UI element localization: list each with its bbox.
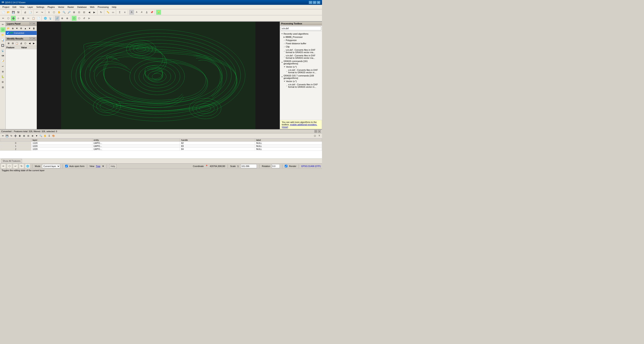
deselect-attr-button[interactable]: ⊟ (26, 134, 30, 138)
zoom-selection-button[interactable]: ⊟ (82, 10, 86, 15)
advanced2-button[interactable]: ⬡ (77, 16, 82, 21)
add-layer-button[interactable]: ⊕ (11, 26, 15, 30)
python-button[interactable]: 🐍 (0, 74, 5, 79)
attr-table-wrapper[interactable]: layer entity handle label 0 1120 LWPO...… (0, 138, 322, 158)
vindxf-grass-item[interactable]: ✓ v.in.dxf - Converts files in DXF forma… (280, 68, 322, 74)
show-all-features-button[interactable]: Show All Features (1, 159, 22, 163)
overview-button[interactable]: 🗺 (0, 53, 5, 58)
cut-features-button[interactable]: ✂ (26, 16, 31, 21)
offset-curve-button[interactable]: ⊳ (87, 16, 92, 21)
grass-commands-header[interactable]: ▼ GRASS commands [161 geoalgorithms] (280, 59, 322, 65)
clip-item[interactable]: ✓ Clip (280, 45, 322, 48)
identify-panel-close[interactable]: × (32, 37, 36, 40)
enable-providers-link[interactable]: enable additional providers. (290, 123, 317, 126)
digitize-button[interactable]: ⬡ (6, 16, 11, 21)
zoom-in-button[interactable]: 🔍 (62, 10, 66, 15)
vindxf-item-2[interactable]: ✓ v.in.dxf - Converts files in DXF forma… (280, 54, 322, 59)
paste-features-button[interactable]: 📄 (36, 16, 41, 21)
close-button[interactable]: × (317, 1, 320, 4)
identify-button[interactable]: ℹ (46, 10, 51, 15)
save-edit-attr-button[interactable]: 💾 (5, 134, 9, 138)
dock-attr-button[interactable]: ⬡ (313, 134, 317, 138)
menu-raster[interactable]: Raster (66, 5, 76, 9)
menu-vector[interactable]: Vector (56, 5, 66, 9)
undo-history-button[interactable]: ↩ (0, 64, 5, 69)
invert-select-attr-button[interactable]: ⊗ (30, 134, 34, 138)
edit-toggle-button[interactable]: ✏ (1, 16, 6, 21)
identify-panel-minus[interactable]: − (30, 37, 32, 40)
layers-panel-close[interactable]: × (32, 22, 36, 25)
edit-toggle-status4-button[interactable]: ↻ (19, 164, 24, 168)
identify-clear-button[interactable]: ⬡ (23, 41, 27, 45)
gps-button[interactable]: 📡 (0, 48, 5, 53)
col-entity[interactable]: entity (92, 139, 180, 142)
select-button[interactable]: ⬡ (52, 10, 56, 15)
vindxf-grass7-item[interactable]: ✓ v.in.dxf - Converts files in DXF forma… (280, 83, 322, 88)
add-feature-button[interactable]: ➕ (11, 16, 16, 21)
delete-selected-button[interactable]: 🗑 (21, 16, 26, 21)
layers-button[interactable]: ⬡ (0, 27, 5, 32)
polygonize-item[interactable]: ✓ Polygonize (280, 39, 322, 42)
wms-button[interactable]: 🌐 (43, 16, 48, 21)
identify-prev-button[interactable]: ◀ (28, 41, 32, 45)
menu-database[interactable]: Database (76, 5, 88, 9)
snap-point-button[interactable]: ⊕ (60, 16, 64, 21)
layers-panel-minus[interactable]: − (30, 22, 32, 25)
attr-table-dock-button[interactable]: ⬡ (314, 130, 317, 133)
attr-table-close-button[interactable]: × (318, 130, 321, 133)
expand-all-button[interactable]: ⊞ (6, 41, 10, 45)
edit-toggle-status-button[interactable]: ✏ (1, 164, 6, 168)
measure-area-button[interactable]: ▭ (110, 10, 115, 15)
advanced-digitize-side-button[interactable]: ⊞ (0, 85, 5, 90)
layer-settings-button[interactable]: ⚙ (19, 26, 23, 30)
col-label[interactable]: label (255, 139, 322, 142)
redo-button[interactable]: ↪ (40, 10, 44, 15)
toggle-edit-attr-button[interactable]: ✏ (1, 134, 5, 138)
print-atlas-button[interactable]: 📑 (28, 10, 32, 15)
zoom-out-button[interactable]: 🔎 (66, 10, 72, 15)
move-vertex-button[interactable]: ⊹ (16, 16, 21, 21)
select-all-attr-button[interactable]: ⊞ (22, 134, 26, 138)
collapse-all-button[interactable]: ⊟ (11, 41, 15, 45)
reload-attr-button[interactable]: ↻ (9, 134, 13, 138)
current-edits-button[interactable]: ✏ (0, 22, 5, 27)
col-handle[interactable]: handle (180, 139, 255, 142)
bbbb-processor-item[interactable]: ▶ BBBB_Processor (280, 35, 322, 39)
field-calc-button[interactable]: Σ (117, 10, 122, 15)
layer-item-converted[interactable]: Converted (6, 31, 37, 35)
label2-button[interactable]: A (134, 10, 139, 15)
tree-label[interactable]: Tree (96, 165, 100, 167)
advanced-digitize-button[interactable]: ⬡ (72, 16, 76, 21)
copy-result-button[interactable]: 📋 (15, 41, 19, 45)
statistical-button[interactable]: 📊 (0, 38, 5, 43)
snap-button[interactable]: ⊕ (0, 69, 5, 74)
tree-options-icon[interactable]: ▼ (102, 165, 104, 167)
auto-open-form-checkbox[interactable] (65, 165, 68, 167)
edit-toggle-status3-button[interactable]: ↩ (13, 164, 18, 168)
zoom-forward-button[interactable]: ▶ (92, 10, 96, 15)
refresh-button[interactable]: ↻ (98, 10, 104, 15)
col-layer[interactable]: layer (31, 139, 92, 142)
new-project-button[interactable]: 📄 (1, 10, 6, 15)
identify-next-button[interactable]: ▶ (32, 41, 36, 45)
label4-button[interactable]: A (144, 10, 149, 15)
vindxf-item-1[interactable]: ✓ v.in.dxf - Converts files in DXF forma… (280, 48, 322, 54)
pin-label-button[interactable]: 📌 (149, 10, 154, 15)
zoom-full-button[interactable]: ⊞ (72, 10, 76, 15)
print-composer-button[interactable]: 🖨 (23, 10, 28, 15)
filter-layer-button[interactable]: ▼ (15, 26, 19, 30)
map-area[interactable] (37, 22, 280, 129)
map-tips-button[interactable]: 💡 (156, 10, 161, 15)
snapping-button[interactable]: 🔗 (55, 16, 60, 21)
mode-select[interactable]: Current layer (42, 164, 60, 168)
rotation-input[interactable] (272, 164, 280, 168)
menu-plugins[interactable]: Plugins (46, 5, 56, 9)
help-button[interactable]: Help (109, 164, 117, 168)
log-messages-button[interactable]: 📝 (0, 59, 5, 63)
zoom-back-button[interactable]: ◀ (87, 10, 92, 15)
delete-row-button[interactable]: 🗑 (18, 134, 22, 138)
pan-button[interactable]: ✋ (56, 10, 62, 15)
layer-visible-check[interactable] (6, 32, 9, 34)
measure-button[interactable]: 📏 (106, 10, 110, 15)
label3-button[interactable]: A (139, 10, 144, 15)
